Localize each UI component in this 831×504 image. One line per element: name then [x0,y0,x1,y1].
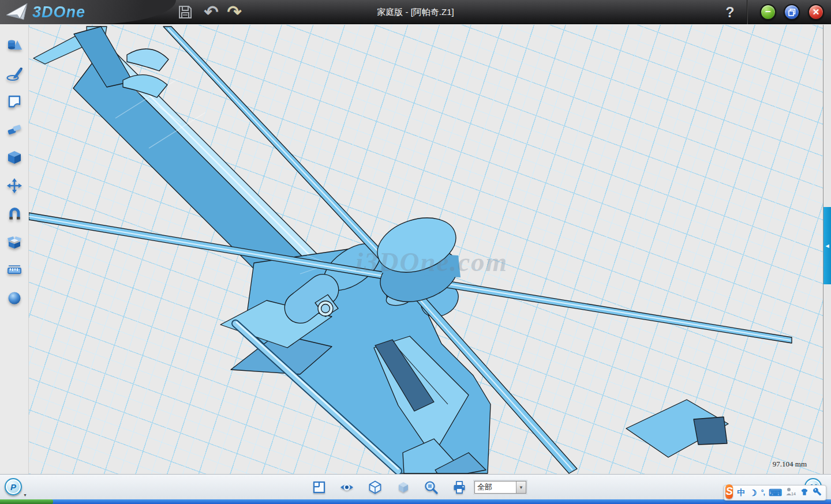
primitive-solids-icon[interactable] [6,37,23,54]
restore-icon [788,9,796,16]
profile-badge[interactable]: P [5,478,22,495]
svg-text:14: 14 [791,492,796,496]
helicopter-model [29,25,823,474]
display-filter-dropdown[interactable]: 全部 ▼ [474,481,526,494]
print-icon[interactable] [452,480,467,495]
shaded-display-icon[interactable] [396,480,411,495]
logo-area: 3DOne [0,0,176,24]
right-strip: ◀ [823,25,831,474]
ime-logo[interactable]: S [725,484,733,499]
combine-boolean-icon[interactable] [6,234,23,250]
ime-language-toggle[interactable]: 中 [737,485,745,501]
minimize-button[interactable]: − [760,4,776,20]
sketch-plane-icon[interactable] [6,93,23,110]
app-name: 3DOne [32,3,85,21]
close-button[interactable]: ✕ [808,4,824,20]
visibility-eye-icon[interactable] [339,480,354,495]
feature-cube-icon[interactable] [6,149,23,166]
move-transform-icon[interactable] [6,178,23,194]
wireframe-display-icon[interactable] [368,480,383,495]
bottom-toolbar: P ▼ [0,474,831,499]
profile-caret-icon[interactable]: ▼ [23,493,27,497]
view-layout-icon[interactable] [312,480,327,495]
save-icon[interactable] [177,0,194,24]
redo-icon[interactable]: ↷ [225,0,244,24]
sketch-draw-icon[interactable] [6,66,23,82]
ime-keyboard-icon[interactable]: ⌨ [769,485,782,501]
render-sphere-icon[interactable] [6,290,23,306]
app-logo: 3DOne [6,2,85,22]
os-taskbar [0,499,831,504]
panel-expand-tab[interactable]: ◀ [823,207,831,284]
ime-fullwidth-moon-icon[interactable]: ☽ [749,485,757,501]
ime-person-icon[interactable]: 14 [786,487,796,499]
display-filter-value: 全部 [475,482,516,492]
dropdown-caret-icon[interactable]: ▼ [516,482,526,493]
titlebar-separator [747,0,748,24]
chevron-left-icon: ◀ [825,243,829,249]
ime-toolbar: S 中 ☽ °, ⌨ 14 [724,485,826,501]
ime-punctuation-toggle[interactable]: °, [761,485,765,501]
ime-skin-shirt-icon[interactable] [800,487,809,499]
zoom-view-icon[interactable] [424,480,439,495]
restore-button[interactable] [784,4,800,20]
ime-settings-wrench-icon[interactable] [813,487,822,499]
help-icon[interactable]: ? [720,0,740,24]
viewport-3d-canvas[interactable]: i3DOne.com 97.104 mm [29,25,823,474]
titlebar: 3DOne ↶ ↷ 家庭版 - [阿帕奇.Z1] ? − ✕ [0,0,831,24]
sweep-edit-icon[interactable] [6,122,23,138]
measure-ruler-icon[interactable] [6,262,23,278]
left-toolbar [0,25,29,474]
snap-magnet-icon[interactable] [6,206,23,222]
paper-plane-icon [6,2,29,22]
undo-icon[interactable]: ↶ [202,0,220,24]
start-button[interactable] [0,499,53,504]
